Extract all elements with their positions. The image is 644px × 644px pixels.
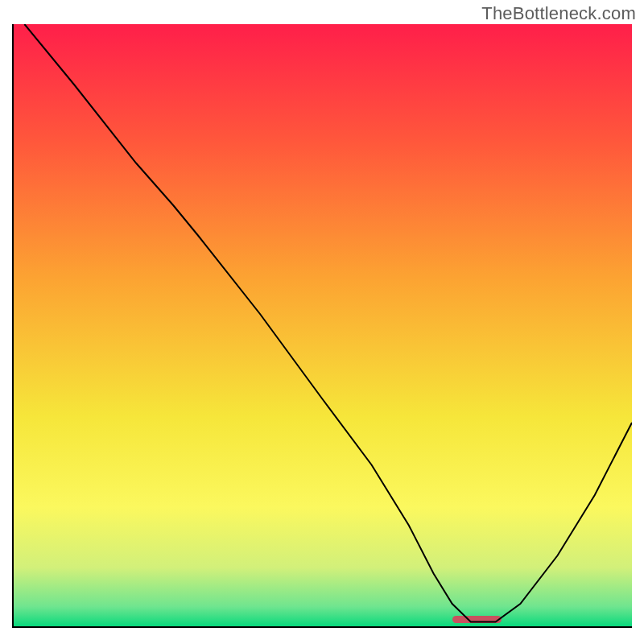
plot-area [12, 24, 632, 628]
y-axis [12, 24, 14, 628]
x-axis [12, 626, 632, 628]
chart-canvas: TheBottleneck.com [0, 0, 644, 644]
curve-path [24, 24, 632, 622]
bottleneck-curve [12, 24, 632, 628]
watermark-text: TheBottleneck.com [481, 3, 636, 24]
